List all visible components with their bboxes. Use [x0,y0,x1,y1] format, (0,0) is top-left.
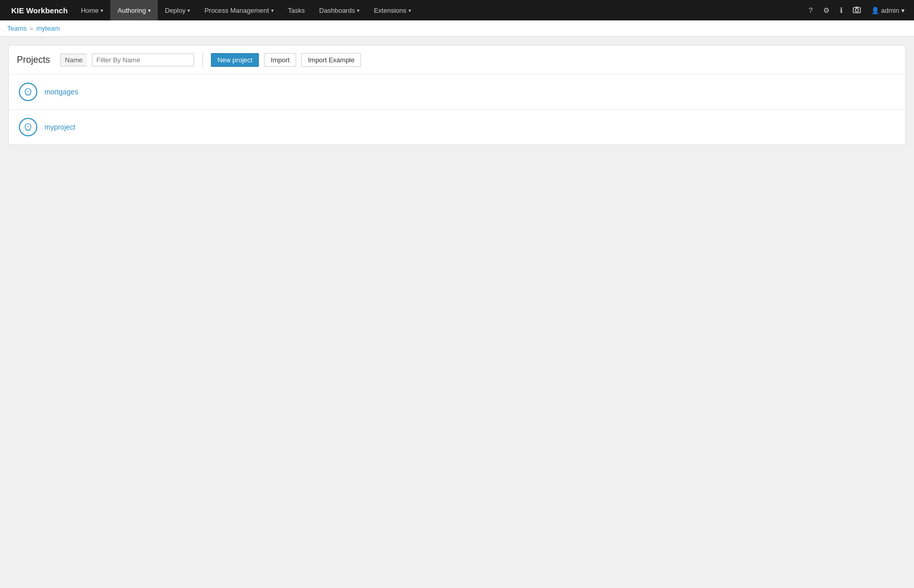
nav-menu: Home ▾ Authoring ▾ Deploy ▾ Process Mana… [74,0,418,20]
nav-item-process-management[interactable]: Process Management ▾ [197,0,280,20]
svg-rect-2 [855,7,858,8]
nav-item-dashboards[interactable]: Dashboards ▾ [312,0,367,20]
breadcrumb: Teams » myteam [0,20,914,37]
topbar-left: KIE Workbench Home ▾ Authoring ▾ Deploy … [5,0,418,20]
chevron-down-icon: ▾ [357,8,359,13]
nav-deploy-label: Deploy [165,7,185,14]
project-name[interactable]: myproject [44,123,76,131]
chevron-down-icon: ▾ [187,8,190,13]
list-item[interactable]: myproject [9,110,905,144]
nav-item-tasks[interactable]: Tasks [281,0,312,20]
list-item[interactable]: mortgages [9,75,905,110]
nav-authoring-label: Authoring [117,7,146,14]
nav-item-extensions[interactable]: Extensions ▾ [367,0,418,20]
help-icon: ? [809,6,813,14]
nav-item-authoring[interactable]: Authoring ▾ [110,0,158,20]
new-project-button[interactable]: New project [211,53,259,67]
help-button[interactable]: ? [805,3,817,17]
nav-process-management-label: Process Management [204,7,269,14]
main-content: Projects Name New project Import Import … [0,37,914,153]
import-button[interactable]: Import [264,53,296,67]
nav-tasks-label: Tasks [288,7,305,14]
nav-extensions-label: Extensions [374,7,406,14]
breadcrumb-separator: » [30,25,33,32]
info-button[interactable]: ℹ [836,3,847,17]
gear-icon: ⚙ [823,6,830,14]
breadcrumb-teams-link[interactable]: Teams [7,24,27,32]
brand-logo: KIE Workbench [5,6,74,15]
chevron-down-icon: ▾ [271,8,274,13]
projects-header: Projects Name New project Import Import … [9,45,905,75]
nav-dashboards-label: Dashboards [319,7,355,14]
filter-input[interactable] [92,54,194,66]
project-list: mortgages myproject [9,75,905,144]
chevron-down-icon: ▾ [408,8,411,13]
filter-separator [202,53,203,67]
user-label: admin [881,7,899,14]
project-name[interactable]: mortgages [44,88,78,96]
nav-item-home[interactable]: Home ▾ [74,0,111,20]
user-icon: 👤 [871,7,879,14]
svg-point-1 [855,9,858,12]
projects-title: Projects [17,55,50,65]
settings-button[interactable]: ⚙ [819,3,834,17]
topbar-right: ? ⚙ ℹ 👤 admin ▾ [805,3,909,18]
filter-label: Name [60,54,87,66]
nav-item-deploy[interactable]: Deploy ▾ [158,0,197,20]
topbar: KIE Workbench Home ▾ Authoring ▾ Deploy … [0,0,914,20]
chevron-down-icon: ▾ [148,8,151,13]
user-menu[interactable]: 👤 admin ▾ [867,7,909,14]
nav-home-label: Home [81,7,99,14]
chevron-down-icon: ▾ [901,7,905,14]
projects-panel: Projects Name New project Import Import … [8,45,906,145]
breadcrumb-current[interactable]: myteam [36,24,60,32]
project-icon [19,118,37,136]
project-icon [19,83,37,101]
import-example-button[interactable]: Import Example [301,53,361,67]
camera-icon [853,6,861,15]
info-icon: ℹ [840,6,843,14]
camera-button[interactable] [849,3,865,18]
chevron-down-icon: ▾ [101,8,103,13]
